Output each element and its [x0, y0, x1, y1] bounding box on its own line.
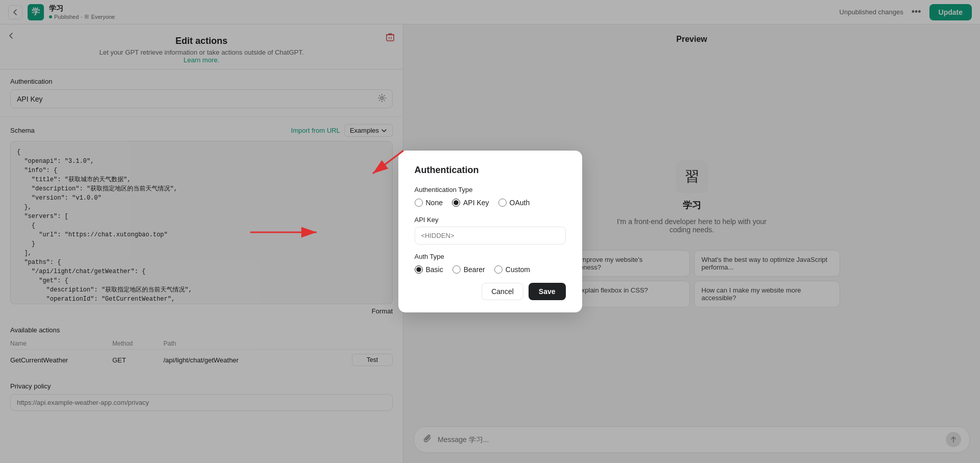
radio-basic[interactable]: Basic	[415, 265, 443, 274]
api-key-field-label: API Key	[415, 216, 566, 224]
radio-custom-input[interactable]	[494, 265, 503, 274]
radio-bearer-input[interactable]	[452, 265, 461, 274]
radio-api-key-label: API Key	[463, 199, 489, 207]
save-button[interactable]: Save	[529, 283, 566, 300]
modal-auth-type-label: Authentication Type	[415, 186, 566, 193]
radio-none[interactable]: None	[415, 199, 443, 207]
auth-type-radio-group: None API Key OAuth	[415, 199, 566, 207]
auth-sub-radio-group: Basic Bearer Custom	[415, 265, 566, 274]
modal-overlay: Authentication Authentication Type None …	[0, 0, 980, 463]
radio-oauth-input[interactable]	[498, 199, 507, 207]
authentication-modal: Authentication Authentication Type None …	[398, 151, 582, 312]
modal-title: Authentication	[415, 165, 566, 176]
radio-none-label: None	[426, 199, 443, 207]
radio-api-key-input[interactable]	[452, 199, 460, 207]
radio-bearer-label: Bearer	[464, 265, 485, 274]
radio-oauth[interactable]: OAuth	[498, 199, 530, 207]
radio-basic-label: Basic	[426, 265, 443, 274]
radio-custom-label: Custom	[506, 265, 530, 274]
radio-custom[interactable]: Custom	[494, 265, 530, 274]
radio-oauth-label: OAuth	[510, 199, 530, 207]
radio-api-key[interactable]: API Key	[452, 199, 489, 207]
api-key-input[interactable]	[415, 227, 566, 245]
radio-bearer[interactable]: Bearer	[452, 265, 485, 274]
modal-footer: Cancel Save	[415, 283, 566, 300]
radio-none-input[interactable]	[415, 199, 423, 207]
cancel-button[interactable]: Cancel	[482, 283, 523, 300]
radio-basic-input[interactable]	[415, 265, 423, 274]
modal-auth-sub-label: Auth Type	[415, 253, 566, 260]
